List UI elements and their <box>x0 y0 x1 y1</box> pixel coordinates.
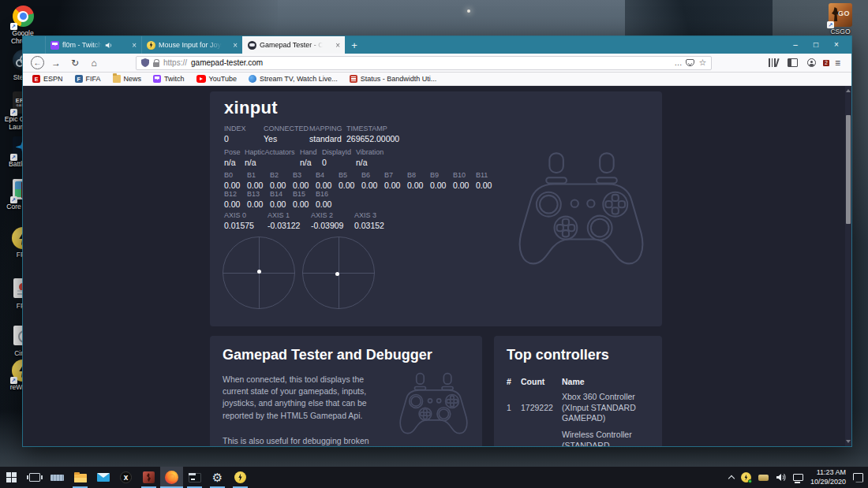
fifa-icon: F <box>75 75 83 83</box>
back-button[interactable]: ← <box>31 56 44 69</box>
taskbar-terminal[interactable] <box>183 467 206 488</box>
about-paragraph-2: This is also useful for debugging broken… <box>223 435 390 446</box>
tab-audio-icon[interactable] <box>105 42 113 49</box>
page-scrollbar[interactable] <box>845 86 851 446</box>
adblock-badge: 2 <box>823 60 829 67</box>
bookmark-stream-tv[interactable]: Stream TV, Watch Live... <box>249 75 338 83</box>
youtube-icon <box>196 75 206 83</box>
lock-icon[interactable] <box>153 62 159 67</box>
xinput-buttons-row-1: B00.00 B10.00 B20.00 B30.00 B40.00 B50.0… <box>224 171 499 190</box>
reload-button[interactable]: ↻ <box>68 56 82 70</box>
action-center-icon[interactable] <box>853 473 863 482</box>
tab-twitch[interactable]: fl0m - Twitch × <box>45 36 141 54</box>
hamburger-menu-icon[interactable]: ≡ <box>835 58 840 69</box>
system-tray: 11:23 AM 10/29/2020 <box>729 467 868 488</box>
tab-close-icon[interactable]: × <box>132 41 137 50</box>
bookmark-youtube[interactable]: YouTube <box>196 75 237 83</box>
gamepad-favicon <box>248 41 256 50</box>
task-view-icon <box>29 473 40 482</box>
tracking-protection-shield-icon[interactable] <box>141 58 149 67</box>
sidebar-icon[interactable] <box>788 58 798 67</box>
bookmark-folder-news[interactable]: News <box>113 75 142 83</box>
scrollbar-up-arrow[interactable] <box>846 89 851 92</box>
bookmark-star-icon[interactable]: ☆ <box>698 58 706 68</box>
clock-time: 11:23 AM <box>810 468 846 477</box>
shortcut-arrow-icon: ↗ <box>10 377 17 384</box>
status-dot <box>748 479 752 483</box>
bookmark-status[interactable]: Status - Bandwidth Uti... <box>350 75 437 83</box>
xinput-info-row-2: Posen/a HapticActuatorsn/a Handn/a Displ… <box>224 148 383 167</box>
library-icon[interactable] <box>769 58 778 67</box>
scrollbar-thumb[interactable] <box>846 115 851 224</box>
firefox-icon <box>165 471 178 484</box>
taskbar-game-app[interactable] <box>137 467 160 488</box>
shortcut-arrow-icon: ↗ <box>10 196 17 203</box>
taskbar-firefox[interactable] <box>160 467 183 488</box>
clock-date: 10/29/2020 <box>810 478 846 486</box>
about-card: Gamepad Tester and Debugger When connect… <box>210 336 482 446</box>
tab-title: Mouse Input for Joystick - reW <box>159 41 222 49</box>
bookmark-twitch[interactable]: Twitch <box>153 75 185 83</box>
taskbar: x ⚙ 11:23 AM 10/29/2020 <box>0 467 868 488</box>
taskbar-xbox[interactable]: x <box>114 467 137 488</box>
minimize-button[interactable]: – <box>785 36 806 54</box>
top-controllers-table: # Count Name 1 1729222 Xbox 360 Controll… <box>507 377 653 446</box>
taskbar-clock[interactable]: 11:23 AM 10/29/2020 <box>810 468 846 486</box>
bookmark-fifa[interactable]: FFIFA <box>75 75 101 83</box>
url-bar[interactable]: https://gamepad-tester.com … ☆ <box>136 56 712 70</box>
volume-icon[interactable] <box>776 471 786 485</box>
pocket-icon[interactable] <box>686 59 694 66</box>
table-header-row: # Count Name <box>507 377 653 386</box>
start-button[interactable] <box>0 467 23 488</box>
tray-expand-chevron-icon[interactable] <box>728 475 735 482</box>
xinput-info-row-1: INDEX0 CONNECTEDYes MAPPINGstandard TIME… <box>224 125 399 143</box>
top-controllers-card: Top controllers # Count Name 1 1729222 X… <box>494 336 662 446</box>
browser-navbar: ← → ↻ ⌂ https://gamepad-tester.com … ☆ 2… <box>23 54 851 73</box>
url-scheme: https:// <box>163 58 187 67</box>
maximize-button[interactable]: □ <box>806 36 826 54</box>
twitch-icon <box>153 75 161 83</box>
shortcut-arrow-icon: ↗ <box>10 23 17 30</box>
taskbar-mail[interactable] <box>92 467 114 488</box>
firefox-window: fl0m - Twitch × Mouse Input for Joystick… <box>22 35 852 447</box>
bookmark-espn[interactable]: EESPN <box>32 75 63 83</box>
taskbar-rewasd[interactable] <box>229 467 252 488</box>
xinput-buttons-row-2: B120.00 B130.00 B140.00 B150.00 B160.00 <box>224 190 339 209</box>
scrollbar-down-arrow[interactable] <box>846 440 851 443</box>
tab-strip: fl0m - Twitch × Mouse Input for Joystick… <box>45 36 364 54</box>
xinput-card: xinput INDEX0 CONNECTEDYes MAPPINGstanda… <box>210 91 662 326</box>
gear-icon: ⚙ <box>212 471 223 483</box>
tab-gamepad-tester[interactable]: Gamepad Tester - Check Contr × <box>242 36 345 54</box>
about-title: Gamepad Tester and Debugger <box>223 347 432 363</box>
home-button[interactable]: ⌂ <box>87 56 101 70</box>
terminal-icon <box>189 473 201 482</box>
tab-title: Gamepad Tester - Check Contr <box>260 41 323 49</box>
new-tab-button[interactable]: + <box>345 36 364 54</box>
task-view-button[interactable] <box>23 467 46 488</box>
shortcut-arrow-icon: ↗ <box>10 154 17 161</box>
window-controls: – □ × <box>785 36 847 54</box>
taskbar-settings[interactable]: ⚙ <box>206 467 229 488</box>
folder-icon <box>74 474 87 482</box>
windows-logo-icon <box>6 472 17 482</box>
page-actions-icon[interactable]: … <box>674 58 682 67</box>
account-icon[interactable] <box>807 58 816 67</box>
desktop-icon-csgo[interactable]: GO↗ CSGO <box>817 3 863 36</box>
forward-button[interactable]: → <box>49 56 63 70</box>
tab-close-icon[interactable]: × <box>233 41 238 50</box>
network-icon[interactable] <box>793 474 803 481</box>
top-controllers-title: Top controllers <box>507 347 609 363</box>
shortcut-arrow-icon: ↗ <box>827 21 834 28</box>
tab-close-icon[interactable]: × <box>335 41 340 50</box>
status-icon <box>350 75 357 83</box>
xinput-title: xinput <box>224 98 278 118</box>
xinput-axes-row: AXIS 00.01575 AXIS 1-0.03122 AXIS 2-0.03… <box>224 211 398 230</box>
tab-rewasd-article[interactable]: Mouse Input for Joystick - reW × <box>141 36 242 54</box>
taskbar-file-explorer[interactable] <box>69 467 92 488</box>
taskbar-keyboard-app[interactable] <box>46 467 69 488</box>
gamepad-outline-illustration <box>512 151 650 274</box>
url-domain: gamepad-tester.com <box>191 58 263 67</box>
tray-rewasd-icon[interactable] <box>741 472 751 482</box>
tray-app-icon[interactable] <box>758 475 769 481</box>
close-button[interactable]: × <box>826 36 847 54</box>
